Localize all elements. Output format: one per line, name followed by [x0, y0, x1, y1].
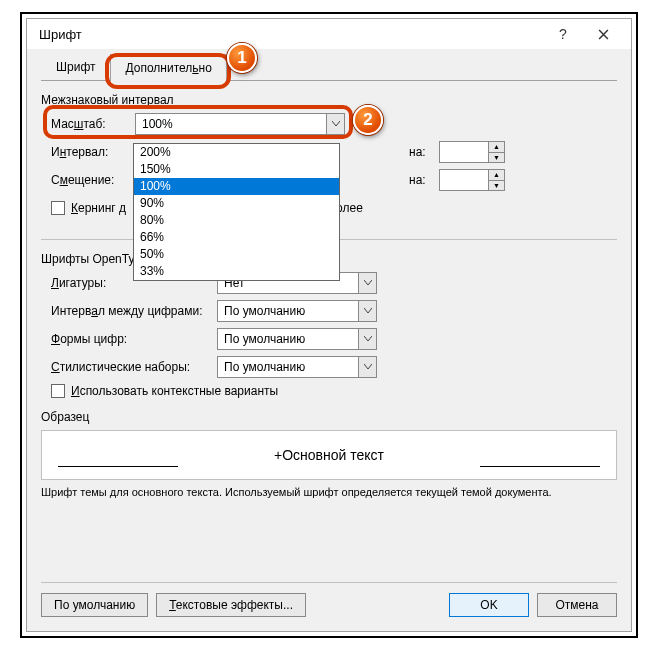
offset-na-label: на: [409, 173, 433, 187]
scale-option[interactable]: 150% [134, 161, 339, 178]
preview-box: +Основной текст [41, 430, 617, 480]
scale-option-selected[interactable]: 100% [134, 178, 339, 195]
scale-option[interactable]: 80% [134, 212, 339, 229]
num-spacing-label: Интервал между цифрами: [51, 304, 211, 318]
tab-font[interactable]: Шрифт [41, 53, 110, 80]
font-dialog: Шрифт ? Шрифт Дополнительно Межзнаковый … [26, 18, 632, 632]
up-arrow-icon[interactable]: ▲ [489, 142, 504, 153]
spacing-group-title: Межзнаковый интервал [41, 93, 617, 107]
scale-combo[interactable]: 100% [135, 113, 345, 135]
num-forms-combo[interactable]: По умолчанию [217, 328, 377, 350]
contextual-label: Использовать контекстные варианты [71, 384, 278, 398]
interval-spinner[interactable]: ▲▼ [439, 141, 505, 163]
chevron-down-icon [358, 329, 376, 349]
chevron-down-icon [326, 114, 344, 134]
styl-sets-label: Стилистические наборы: [51, 360, 211, 374]
scale-option[interactable]: 200% [134, 144, 339, 161]
checkbox-icon [51, 201, 65, 215]
tab-font-label: Шрифт [56, 60, 95, 74]
text-effects-button[interactable]: Текстовые эффекты... [156, 593, 306, 617]
close-button[interactable] [583, 20, 623, 48]
underline-right [480, 466, 600, 467]
up-arrow-icon[interactable]: ▲ [489, 170, 504, 181]
preview-group-title: Образец [41, 410, 617, 424]
content-area: Межзнаковый интервал Масштаб: 100% Интер… [41, 93, 617, 498]
scale-option[interactable]: 66% [134, 229, 339, 246]
ok-label: OK [480, 598, 497, 612]
styl-sets-value: По умолчанию [218, 360, 358, 374]
cancel-button[interactable]: Отмена [537, 593, 617, 617]
window-title: Шрифт [39, 27, 543, 42]
titlebar: Шрифт ? [27, 19, 631, 49]
preview-text: +Основной текст [274, 447, 384, 463]
num-spacing-value: По умолчанию [218, 304, 358, 318]
ok-button[interactable]: OK [449, 593, 529, 617]
interval-na-label: на: [409, 145, 433, 159]
interval-value [440, 142, 488, 162]
scale-option[interactable]: 90% [134, 195, 339, 212]
scale-option[interactable]: 33% [134, 263, 339, 280]
kerning-checkbox[interactable]: Кернинг д [51, 201, 126, 215]
tab-bar: Шрифт Дополнительно [41, 53, 617, 81]
tab-advanced-label: Дополнительно [125, 61, 211, 75]
down-arrow-icon[interactable]: ▼ [489, 181, 504, 191]
num-forms-label: Формы цифр: [51, 332, 211, 346]
kerning-label: Кернинг д [71, 201, 126, 215]
dialog-body: Шрифт Дополнительно Межзнаковый интервал… [27, 49, 631, 631]
down-arrow-icon[interactable]: ▼ [489, 153, 504, 163]
default-button-label: По умолчанию [54, 598, 135, 612]
chevron-down-icon [358, 273, 376, 293]
tab-advanced[interactable]: Дополнительно [110, 54, 226, 81]
screenshot-frame: Шрифт ? Шрифт Дополнительно Межзнаковый … [20, 12, 638, 638]
num-forms-value: По умолчанию [218, 332, 358, 346]
preview-footnote: Шрифт темы для основного текста. Использ… [41, 486, 617, 498]
scale-dropdown[interactable]: 200% 150% 100% 90% 80% 66% 50% 33% [133, 143, 340, 281]
close-icon [598, 29, 609, 40]
footer: По умолчанию Текстовые эффекты... OK Отм… [41, 582, 617, 617]
offset-value [440, 170, 488, 190]
default-button[interactable]: По умолчанию [41, 593, 148, 617]
offset-label: Смещение: [51, 173, 129, 187]
contextual-checkbox[interactable]: Использовать контекстные варианты [51, 384, 278, 398]
chevron-down-icon [358, 357, 376, 377]
scale-option[interactable]: 50% [134, 246, 339, 263]
checkbox-icon [51, 384, 65, 398]
num-spacing-combo[interactable]: По умолчанию [217, 300, 377, 322]
interval-label: Интервал: [51, 145, 129, 159]
text-effects-label: Текстовые эффекты... [169, 598, 293, 612]
help-button[interactable]: ? [543, 20, 583, 48]
styl-sets-combo[interactable]: По умолчанию [217, 356, 377, 378]
underline-left [58, 466, 178, 467]
offset-spinner[interactable]: ▲▼ [439, 169, 505, 191]
chevron-down-icon [358, 301, 376, 321]
cancel-label: Отмена [555, 598, 598, 612]
scale-value: 100% [136, 117, 326, 131]
scale-label: Масштаб: [51, 117, 129, 131]
